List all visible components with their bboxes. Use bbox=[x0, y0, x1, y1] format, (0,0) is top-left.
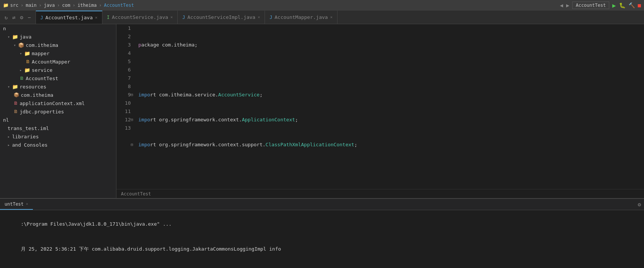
breadcrumb-main: main bbox=[26, 3, 37, 8]
editor-tabs: ↻ ⇄ ⚙ − J AccountTest.java × I AccountSe… bbox=[0, 11, 644, 24]
folder-icon-resources: 📁 bbox=[12, 84, 18, 90]
sidebar-label-trans-test: trans_test.iml bbox=[8, 125, 49, 131]
sidebar-item-app-context[interactable]: 🗎 applicationContext.xml bbox=[0, 99, 116, 107]
sidebar-label-jdbc-props: jdbc.properties bbox=[20, 109, 64, 115]
editor-content[interactable]: 1 2 3 4 5 6 7 8 9 10 11 12 13 package co… bbox=[116, 24, 644, 189]
sidebar-label-libraries: libraries bbox=[12, 134, 39, 139]
editor-area: 1 2 3 4 5 6 7 8 9 10 11 12 13 package co… bbox=[116, 24, 644, 198]
breadcrumb-itheima: itheima bbox=[77, 3, 97, 8]
tab-action-refresh[interactable]: ↻ bbox=[3, 14, 9, 21]
tab-account-service-impl[interactable]: J AccountServiceImpl.java × bbox=[178, 11, 265, 24]
file-icon-xml: 🗎 bbox=[14, 101, 18, 106]
terminal-tab-close[interactable]: × bbox=[26, 202, 28, 206]
chevron-consoles bbox=[8, 143, 10, 147]
nav-forward-icon[interactable]: ▶ bbox=[566, 2, 569, 8]
sidebar-label-n: n bbox=[3, 26, 6, 31]
code-line-2 bbox=[138, 66, 644, 74]
sidebar-label-account-mapper: AccountMapper bbox=[32, 59, 70, 65]
sidebar-item-resources[interactable]: 📁 resources bbox=[0, 82, 116, 91]
code-line-4: ⊟ import org.springframework.context.App… bbox=[138, 116, 644, 124]
sidebar-label-resources: resources bbox=[20, 84, 46, 90]
chevron-com-itheima bbox=[14, 43, 16, 47]
main-area: n 📁 java 📦 com.itheima 📁 mapper 🗎 Accoun… bbox=[0, 24, 644, 198]
terminal-tab-label: untTest bbox=[5, 201, 24, 207]
tab-label-2: AccountService.java bbox=[112, 14, 168, 20]
sidebar: n 📁 java 📦 com.itheima 📁 mapper 🗎 Accoun… bbox=[0, 24, 116, 198]
code-area[interactable]: package com.itheima; ⊟ import com.itheim… bbox=[135, 24, 644, 189]
terminal-line-3: 息: {dataSource-1} inited bbox=[3, 262, 641, 268]
build-icon[interactable]: 🔨 bbox=[629, 2, 635, 8]
tab-account-service[interactable]: I AccountService.java × bbox=[102, 11, 178, 24]
folder-icon-java: 📁 bbox=[12, 34, 18, 40]
tab-close-2[interactable]: × bbox=[170, 15, 173, 20]
breadcrumb-file-label: AccountTest bbox=[121, 191, 151, 197]
sidebar-item-account-mapper[interactable]: 🗎 AccountMapper bbox=[0, 57, 116, 66]
code-line-6 bbox=[138, 166, 644, 174]
code-line-3: ⊟ import com.itheima.service.AccountServ… bbox=[138, 91, 644, 99]
tab-action-settings[interactable]: ⚙ bbox=[19, 14, 25, 21]
sidebar-label-mapper: mapper bbox=[32, 51, 50, 56]
package-icon-com: 📦 bbox=[18, 42, 24, 48]
sidebar-item-account-test[interactable]: 🗎 AccountTest bbox=[0, 74, 116, 82]
sidebar-item-jdbc-props[interactable]: 🗎 jdbc.properties bbox=[0, 107, 116, 116]
terminal-line-1: :\Program Files\Java\jdk1.8.0_171\bin\ja… bbox=[3, 212, 641, 237]
sidebar-item-nl: nl bbox=[0, 116, 116, 124]
breadcrumb-src-label: src bbox=[10, 3, 19, 8]
sidebar-item-service[interactable]: 📁 service bbox=[0, 66, 116, 74]
chevron-resources bbox=[8, 85, 10, 89]
sidebar-item-trans-test[interactable]: trans_test.iml bbox=[0, 124, 116, 132]
tab-account-mapper[interactable]: J AccountMapper.java × bbox=[265, 11, 337, 24]
breadcrumb-file: AccountTest bbox=[104, 3, 134, 8]
tab-close-4[interactable]: × bbox=[330, 15, 333, 20]
chevron-service bbox=[20, 68, 22, 72]
sidebar-item-libraries[interactable]: libraries bbox=[0, 132, 116, 141]
sidebar-item-java[interactable]: 📁 java bbox=[0, 33, 116, 41]
sidebar-item-n[interactable]: n bbox=[0, 24, 116, 33]
debug-icon[interactable]: 🐛 bbox=[619, 2, 625, 8]
tab-close-1[interactable]: × bbox=[95, 15, 98, 20]
tab-label-1: AccountTest.java bbox=[45, 15, 93, 20]
nav-back-icon[interactable]: ◀ bbox=[560, 2, 563, 8]
title-bar-controls: ◀ ▶ AccountTest ▶ 🐛 🔨 ■ bbox=[560, 2, 641, 9]
tab-action-close[interactable]: − bbox=[26, 14, 32, 21]
sidebar-item-mapper[interactable]: 📁 mapper bbox=[0, 49, 116, 57]
terminal-area: untTest × ⚙ :\Program Files\Java\jdk1.8.… bbox=[0, 198, 644, 268]
tab-account-test[interactable]: J AccountTest.java × bbox=[36, 11, 102, 24]
line-numbers: 1 2 3 4 5 6 7 8 9 10 11 12 13 bbox=[116, 24, 135, 189]
tab-close-3[interactable]: × bbox=[258, 15, 260, 20]
sidebar-item-and-consoles[interactable]: and Consoles bbox=[0, 141, 116, 149]
sidebar-item-com-itheima-res[interactable]: 📦 com.itheima bbox=[0, 91, 116, 99]
tab-java-icon-3: J bbox=[182, 15, 185, 20]
stop-icon[interactable]: ■ bbox=[638, 2, 641, 8]
tab-label-3: AccountServiceImpl.java bbox=[187, 14, 255, 20]
tab-java-icon-4: J bbox=[269, 15, 272, 20]
run-icon[interactable]: ▶ bbox=[612, 2, 616, 9]
terminal-content[interactable]: :\Program Files\Java\jdk1.8.0_171\bin\ja… bbox=[0, 210, 644, 268]
terminal-settings-icon[interactable]: ⚙ bbox=[638, 201, 644, 208]
sidebar-label-account-test: AccountTest bbox=[26, 76, 58, 81]
terminal-tab-run[interactable]: untTest × bbox=[0, 199, 33, 210]
title-bar: 📁 src › main › java › com › itheima › Ac… bbox=[0, 0, 644, 11]
breadcrumb-java: java bbox=[44, 3, 55, 8]
sidebar-label-com-itheima-res: com.itheima bbox=[21, 92, 53, 98]
editor-breadcrumb: AccountTest bbox=[116, 189, 644, 198]
folder-icon-mapper: 📁 bbox=[24, 51, 30, 56]
run-config-label: AccountTest bbox=[572, 2, 609, 9]
folder-icon-service: 📁 bbox=[24, 67, 30, 73]
sidebar-label-com-itheima: com.itheima bbox=[26, 42, 58, 48]
code-line-5: ⊟ import org.springframework.context.sup… bbox=[138, 141, 644, 149]
chevron-mapper bbox=[20, 51, 22, 56]
sidebar-label-java: java bbox=[20, 34, 31, 40]
tab-action-split[interactable]: ⇄ bbox=[11, 14, 17, 21]
package-icon-res: 📦 bbox=[14, 92, 19, 98]
sidebar-label-consoles: and Consoles bbox=[12, 142, 48, 148]
tab-label-4: AccountMapper.java bbox=[275, 14, 328, 20]
sidebar-label-app-context: applicationContext.xml bbox=[20, 101, 85, 106]
tab-actions: ↻ ⇄ ⚙ − bbox=[0, 11, 36, 24]
file-icon-account-mapper: 🗎 bbox=[26, 59, 30, 64]
terminal-line-2: 月 25, 2022 5:36:21 下午 com.alibaba.druid.… bbox=[3, 237, 641, 262]
code-line-1: package com.itheima; bbox=[138, 41, 644, 49]
terminal-text-1: :\Program Files\Java\jdk1.8.0_171\bin\ja… bbox=[21, 221, 172, 227]
sidebar-item-com-itheima[interactable]: 📦 com.itheima bbox=[0, 41, 116, 49]
sidebar-label-nl: nl bbox=[3, 117, 9, 123]
